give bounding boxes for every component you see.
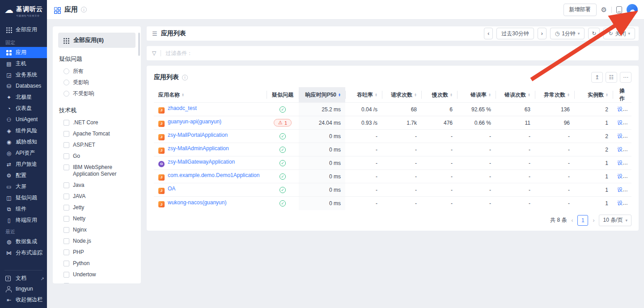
time-range-button[interactable]: 过去30分钟 [496,28,534,39]
page-size-select[interactable]: 10 条/页 ▾ [599,215,631,226]
column-header[interactable]: 应用名称 ▲▼ [154,87,267,103]
tech-stack-option[interactable]: Netty [58,213,136,224]
sidebar-item[interactable]: 应用 [0,47,47,58]
radio-button[interactable] [64,68,69,74]
settings-link[interactable]: 设置 [617,160,628,166]
sidebar-item[interactable]: 最近 [0,227,47,236]
column-header[interactable]: 疑似问题 ▲▼ [267,87,299,103]
checkbox[interactable] [64,205,69,211]
info-icon[interactable] [81,7,87,13]
sort-icon[interactable]: ▲▼ [182,93,184,97]
tech-stack-option[interactable]: Apache Tomcat [58,128,136,139]
sidebar-item[interactable]: ▤ 主机 [0,58,47,69]
suspected-option[interactable]: 所有 [58,66,136,77]
checkbox[interactable] [64,272,69,278]
settings-link[interactable]: 设置 [617,146,628,152]
column-header[interactable]: 实例数 ▲▼ [574,87,613,103]
tech-stack-option[interactable]: Python [58,258,136,269]
app-name-link[interactable]: wukong-nacos(guanyun) [168,199,226,206]
current-page-button[interactable]: 1 [577,215,588,226]
sort-icon[interactable]: ▲▼ [606,93,608,97]
checkbox[interactable] [64,216,69,222]
tech-stack-option[interactable]: Nginx [58,224,136,236]
suspected-option[interactable]: 不受影响 [58,88,136,99]
compare-select[interactable]: ↻ 关闭 ▾ [603,28,635,39]
sidebar-item[interactable]: ⚙ 配置 [0,170,47,181]
new-deploy-button[interactable]: 新增部署 [564,4,597,16]
sidebar-item[interactable]: ⛁ Databases [0,80,47,92]
panel-toggle-icon[interactable]: ☰ [152,30,157,37]
settings-link[interactable]: 设置 [617,200,628,206]
refresh-button[interactable]: ↻ [588,28,600,39]
sidebar-item[interactable]: ◫ 疑似问题 [0,192,47,203]
checkbox[interactable] [64,249,69,255]
settings-link[interactable]: 设置 [617,186,628,193]
sort-icon[interactable]: ▲▼ [414,93,417,97]
checkbox[interactable] [64,165,69,170]
app-name-link[interactable]: com.example.demo.Demo1Application [168,172,259,178]
checkbox[interactable] [64,261,69,266]
gear-icon[interactable]: ⚙ [601,6,607,14]
app-name-link[interactable]: zhaodc_test [168,105,197,111]
checkbox[interactable] [64,283,69,283]
tech-stack-option[interactable]: Jetty [58,202,136,213]
sidebar-item[interactable]: ▯ 终端应用 [0,215,47,226]
checkbox[interactable] [64,238,69,244]
warning-badge[interactable]: ⚠1 [274,119,292,127]
sidebar-item[interactable]: 固定 [0,38,47,47]
app-name-link[interactable]: zsy-MallAdminApplication [168,145,229,152]
sidebar-item[interactable]: ◎ API资产 [0,148,47,159]
tech-stack-option[interactable]: Java [58,180,136,191]
tech-stack-option[interactable]: .NET Core [58,117,136,128]
sidebar-footer-item[interactable]: ⇤ 收起侧边栏 ↗ [0,295,47,305]
sidebar-item[interactable]: ⧉ 组件 [0,203,47,215]
sort-icon[interactable]: ▲▼ [338,93,341,97]
sidebar-item[interactable]: ◍ 数据集成 [0,236,47,247]
settings-link[interactable]: 设置 [617,173,628,179]
settings-link[interactable]: 设置 [617,106,628,112]
device-icon[interactable] [616,6,622,13]
sidebar-item-all-apps[interactable]: 全部应用 [0,23,47,37]
sidebar-item[interactable]: ◔ 仪表盘 [0,103,47,114]
info-icon[interactable] [182,75,188,80]
app-name-link[interactable]: guanyun-api(guanyun) [168,118,221,125]
sidebar-item[interactable]: ◉ 威胁感知 [0,136,47,148]
radio-button[interactable] [64,80,69,85]
all-apps-filter-button[interactable]: 全部应用(8) [58,33,136,48]
user-avatar[interactable]: ☁ [627,4,638,15]
sort-icon[interactable]: ▲▼ [567,93,570,97]
tech-stack-option[interactable]: IBM WebSphere Application Server [58,162,136,180]
tech-stack-option[interactable]: Go [58,151,136,162]
checkbox[interactable] [64,182,69,188]
export-button[interactable]: ↥ [591,72,603,83]
time-prev-button[interactable]: ‹ [484,28,493,39]
sidebar-item[interactable]: ▭ 大屏 [0,181,47,192]
sort-icon[interactable]: ▲▼ [375,93,377,97]
column-header[interactable]: 慢次数 ▲▼ [421,87,457,103]
column-header[interactable]: 错误率 ▲▼ [457,87,496,103]
sidebar-footer-item[interactable]: ? 文档 ↗ [0,273,47,284]
filter-condition-bar[interactable]: ▽ 过滤条件： [147,46,639,60]
checkbox[interactable] [64,131,69,137]
sidebar-item[interactable]: ✦ 北极星 [0,92,47,103]
column-header[interactable]: 错误次数 ▲▼ [496,87,535,103]
checkbox[interactable] [64,194,69,199]
suspected-option[interactable]: 受影响 [58,77,136,88]
checkbox[interactable] [64,142,69,148]
sidebar-item[interactable]: ◈ 组件风险 [0,125,47,136]
tech-stack-option[interactable]: Unknown [58,280,136,283]
app-name-link[interactable]: zsy-MallPortalApplication [168,132,228,138]
checkbox[interactable] [64,227,69,233]
sidebar-item[interactable]: ⋈ 分布式追踪 [0,247,47,258]
tech-stack-option[interactable]: JAVA [58,191,136,202]
tech-stack-option[interactable]: Node.js [58,236,136,247]
prev-page-button[interactable]: ‹ [571,217,573,224]
app-name-link[interactable]: OA [168,186,175,192]
settings-link[interactable]: 设置 [617,133,628,139]
settings-link[interactable]: 设置 [617,119,628,126]
refresh-interval-select[interactable]: ◷ 1分钟 ▾ [550,28,585,39]
column-header[interactable]: 响应时间P50 ▲▼ [299,87,345,103]
tech-stack-option[interactable]: ASP.NET [58,139,136,151]
sidebar-item[interactable]: ⇄ 用户旅途 [0,159,47,170]
checkbox[interactable] [64,153,69,159]
